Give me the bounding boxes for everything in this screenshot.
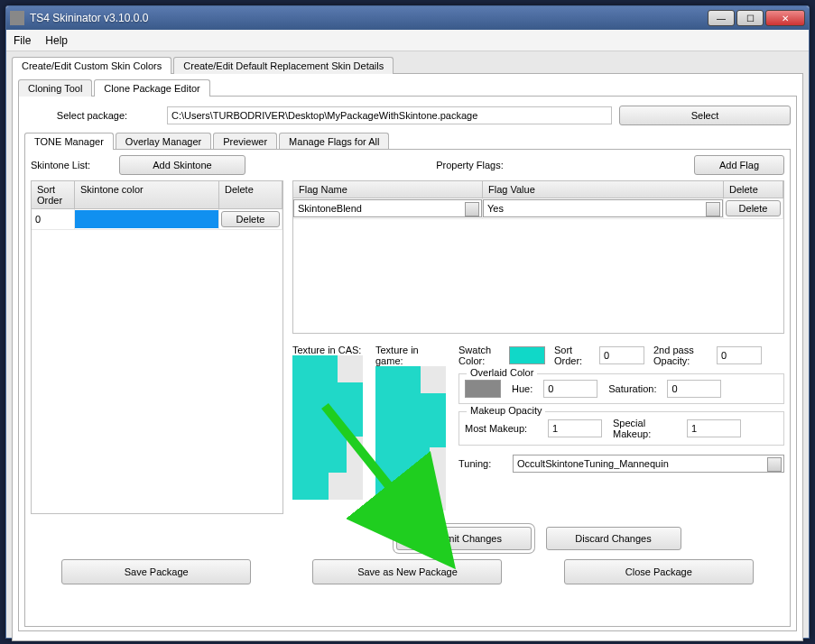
sub-tabs: Cloning Tool Clone Package Editor [18, 79, 797, 97]
right-column: Flag Name Flag Value Delete SkintoneBlen… [292, 180, 784, 550]
tab-manage-flags[interactable]: Manage Flags for All [279, 133, 389, 150]
delete-flag-button[interactable]: Delete [726, 200, 781, 216]
skintone-list: Sort Order Skintone color Delete 0 Delet… [31, 180, 283, 550]
col-flag-value[interactable]: Flag Value [483, 181, 724, 198]
hue-input[interactable] [543, 380, 597, 398]
swatch-color-box[interactable] [509, 346, 545, 364]
save-as-new-package-button[interactable]: Save as New Package [312, 559, 502, 584]
tab-tone-manager[interactable]: TONE Manager [24, 133, 114, 150]
texture-game-preview[interactable] [375, 366, 446, 511]
titlebar[interactable]: TS4 Skininator v3.10.0.0 — ☐ ✕ [6, 6, 809, 30]
special-makeup-label: Special Makeup: [613, 418, 676, 439]
menu-file[interactable]: File [14, 34, 31, 47]
select-package-row: Select package: Select [24, 106, 791, 125]
select-package-label: Select package: [24, 110, 160, 121]
editor-panel: Skintone List: Add Skintone Property Fla… [24, 149, 791, 627]
hue-label: Hue: [512, 383, 533, 394]
overlaid-color-box[interactable] [465, 380, 501, 398]
texture-cas-label: Texture in CAS: [292, 345, 363, 355]
flags-grid: Flag Name Flag Value Delete SkintoneBlen… [292, 180, 784, 334]
texture-game-label: Texture in game: [375, 345, 446, 366]
texture-cas: Texture in CAS: [292, 345, 363, 500]
discard-changes-button[interactable]: Discard Changes [546, 527, 681, 550]
table-row[interactable]: SkintoneBlend Yes Delete [293, 198, 783, 219]
sort-order-label: Sort Order: [554, 345, 590, 366]
main-tabs: Create/Edit Custom Skin Colors Create/Ed… [12, 57, 803, 74]
maximize-button[interactable]: ☐ [736, 10, 764, 26]
texture-cas-preview[interactable] [292, 355, 363, 500]
col-delete[interactable]: Delete [219, 181, 282, 208]
makeup-opacity-group: Makeup Opacity Most Makeup: Special Make… [458, 411, 784, 446]
col-sort-order[interactable]: Sort Order [32, 181, 75, 208]
overlaid-color-title: Overlaid Color [467, 367, 537, 378]
cell-order: 0 [32, 209, 75, 229]
window-title: TS4 Skininator v3.10.0.0 [30, 12, 708, 24]
add-flag-button[interactable]: Add Flag [694, 155, 784, 175]
saturation-input[interactable] [667, 380, 721, 398]
tab-clone-package-editor[interactable]: Clone Package Editor [94, 79, 209, 97]
tab-overlay-manager[interactable]: Overlay Manager [116, 133, 211, 150]
texture-game: Texture in game: [375, 345, 446, 511]
save-package-button[interactable]: Save Package [61, 559, 251, 584]
makeup-opacity-title: Makeup Opacity [467, 405, 545, 416]
app-window: TS4 Skininator v3.10.0.0 — ☐ ✕ File Help… [5, 5, 810, 639]
most-makeup-label: Most Makeup: [465, 423, 537, 434]
most-makeup-input[interactable] [548, 419, 602, 437]
tab-cloning-tool[interactable]: Cloning Tool [18, 79, 92, 97]
flag-name-dropdown[interactable]: SkintoneBlend [293, 199, 482, 217]
close-package-button[interactable]: Close Package [564, 559, 754, 584]
property-flags-label: Property Flags: [253, 160, 687, 170]
app-icon [10, 11, 24, 25]
editor-tabs: TONE Manager Overlay Manager Previewer M… [24, 133, 791, 150]
flag-value-dropdown[interactable]: Yes [483, 199, 723, 217]
second-pass-input[interactable] [717, 346, 762, 364]
add-skintone-button[interactable]: Add Skintone [119, 155, 245, 175]
tab-create-custom[interactable]: Create/Edit Custom Skin Colors [12, 57, 171, 74]
properties-panel: Swatch Color: Sort Order: 2nd pass Opaci… [458, 345, 784, 473]
minimize-button[interactable]: — [708, 10, 735, 26]
package-path-input[interactable] [167, 106, 612, 124]
saturation-label: Saturation: [608, 383, 656, 394]
skintone-list-label: Skintone List: [31, 160, 112, 170]
commit-changes-button[interactable]: Commit Changes [396, 527, 532, 550]
tuning-dropdown[interactable]: OccultSkintoneTuning_Mannequin [513, 455, 784, 473]
bottom-buttons: Save Package Save as New Package Close P… [31, 559, 784, 584]
select-button[interactable]: Select [619, 106, 791, 125]
second-pass-label: 2nd pass Opacity: [653, 345, 708, 366]
tab-previewer[interactable]: Previewer [213, 133, 277, 150]
menu-help[interactable]: Help [45, 34, 68, 47]
content-area: Create/Edit Custom Skin Colors Create/Ed… [6, 51, 809, 644]
sort-order-input[interactable] [599, 346, 644, 364]
col-flag-name[interactable]: Flag Name [293, 181, 483, 198]
col-skintone-color[interactable]: Skintone color [75, 181, 219, 208]
tuning-label: Tuning: [458, 458, 504, 469]
col-flag-delete[interactable]: Delete [724, 181, 783, 198]
special-makeup-input[interactable] [687, 419, 741, 437]
swatch-label: Swatch Color: [458, 345, 500, 366]
cell-color-swatch [75, 210, 218, 228]
delete-skintone-button[interactable]: Delete [221, 211, 280, 227]
close-button[interactable]: ✕ [765, 10, 805, 26]
main-panel: Cloning Tool Clone Package Editor Select… [12, 73, 803, 641]
menubar: File Help [6, 30, 809, 51]
overlaid-color-group: Overlaid Color Hue: Saturation: [458, 373, 784, 404]
window-controls: — ☐ ✕ [708, 10, 805, 26]
sub-panel: Select package: Select TONE Manager Over… [18, 96, 797, 631]
tab-create-default[interactable]: Create/Edit Default Replacement Skin Det… [173, 57, 394, 74]
table-row[interactable]: 0 Delete [32, 209, 282, 230]
